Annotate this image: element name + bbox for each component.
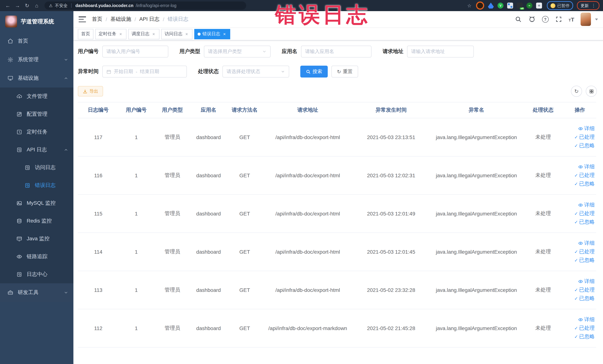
sidebar-item-11[interactable]: Java 监控 <box>0 230 73 248</box>
action-已忽略[interactable]: ✓已忽略 <box>574 295 595 302</box>
extension-leaf-icon[interactable]: ❧ <box>526 3 532 9</box>
sidebar-item-2[interactable]: 基础设施 <box>0 69 73 88</box>
operations-stack: 详细✓已处理✓已忽略 <box>565 278 595 302</box>
action-label: 详细 <box>584 240 595 247</box>
profile-paused-chip[interactable]: 已暂停 <box>547 1 573 10</box>
extensions-puzzle-icon[interactable]: ✚ <box>536 3 542 9</box>
log-center-icon <box>16 271 22 277</box>
column-header-请求方法名: 请求方法名 <box>226 102 263 118</box>
extension-orange-icon[interactable] <box>476 1 484 10</box>
sidebar-item-12[interactable]: 链路追踪 <box>0 248 73 266</box>
close-icon[interactable]: × <box>118 32 123 36</box>
eye-icon <box>578 164 583 169</box>
action-已处理[interactable]: ✓已处理 <box>574 287 595 293</box>
bookmark-star-icon[interactable]: ☆ <box>466 3 472 9</box>
cell-user-type: 管理员 <box>154 156 191 195</box>
extension-blue-icon[interactable] <box>488 3 494 9</box>
用户类型-select[interactable]: 请选择用户类型 <box>204 46 271 58</box>
browser-forward-icon[interactable]: → <box>13 1 22 10</box>
refresh-table-button[interactable]: ↻ <box>571 86 582 97</box>
sidebar-item-9[interactable]: MySQL 监控 <box>0 194 73 212</box>
action-详细[interactable]: 详细 <box>578 240 595 247</box>
请求地址-input[interactable]: 请输入请求地址 <box>407 46 474 58</box>
action-已忽略[interactable]: ✓已忽略 <box>574 142 595 149</box>
action-详细[interactable]: 详细 <box>578 316 595 323</box>
font-size-icon[interactable]: TT <box>568 16 574 23</box>
sidebar-item-4[interactable]: 配置管理 <box>0 105 73 123</box>
breadcrumb-item[interactable]: 基础设施 <box>110 16 131 23</box>
operations-stack: 详细✓已处理✓已忽略 <box>565 164 595 187</box>
用户编号-input[interactable]: 请输入用户编号 <box>102 46 168 58</box>
action-已处理[interactable]: ✓已处理 <box>574 325 595 331</box>
extension-off-icon[interactable]: off <box>517 3 523 9</box>
help-icon[interactable]: ? <box>542 16 548 23</box>
column-settings-button[interactable] <box>586 86 597 97</box>
address-bar[interactable]: ⚠ 不安全 dashboard.yudao.iocoder.cn/infra/l… <box>45 1 246 10</box>
check-icon: ✓ <box>574 220 578 225</box>
table-row: 1171管理员dashboardGET/api/infra/db-doc/exp… <box>78 118 596 156</box>
tab-定时任务[interactable]: 定时任务× <box>95 29 127 39</box>
table-row: 1151管理员dashboardGET/api/infra/db-doc/exp… <box>78 195 596 233</box>
action-已处理[interactable]: ✓已处理 <box>574 172 595 179</box>
close-icon[interactable]: × <box>222 32 227 36</box>
export-button-label: 导出 <box>89 88 98 94</box>
cell-user-type: 管理员 <box>154 118 191 156</box>
sidebar-item-0[interactable]: 首页 <box>0 32 73 50</box>
browser-update-button[interactable]: 更新 ⋮ <box>577 1 600 10</box>
tab-调度日志[interactable]: 调度日志× <box>128 29 159 39</box>
sidebar-item-1[interactable]: 系统管理 <box>0 50 73 69</box>
sidebar-item-10[interactable]: Redis 监控 <box>0 212 73 230</box>
extension-green-check-icon[interactable]: V <box>498 3 503 9</box>
close-icon[interactable]: × <box>184 32 189 36</box>
sidebar-item-3[interactable]: 文件管理 <box>0 88 73 105</box>
process-status-select[interactable]: 请选择处理状态 <box>222 66 289 78</box>
应用名-input[interactable]: 请输入应用名 <box>301 46 371 58</box>
browser-menu-icon[interactable]: ⋮ <box>591 3 596 8</box>
extension-grid-icon[interactable] <box>507 3 513 9</box>
sidebar-item-7[interactable]: 访问日志 <box>0 159 73 176</box>
reset-button[interactable]: ↻ 重置 <box>331 66 358 78</box>
breadcrumb-item[interactable]: 首页 <box>92 16 102 23</box>
user-avatar[interactable] <box>580 13 591 26</box>
cell-user-id: 1 <box>119 271 154 309</box>
sidebar-item-13[interactable]: 日志中心 <box>0 266 73 283</box>
tab-错误日志[interactable]: 错误日志× <box>194 29 230 39</box>
sidebar-item-14[interactable]: 研发工具 <box>0 283 73 302</box>
sidebar-logo-row[interactable]: 芋道管理系统 <box>0 11 73 32</box>
github-icon[interactable] <box>528 16 535 23</box>
search-icon[interactable] <box>514 16 522 23</box>
action-已处理[interactable]: ✓已处理 <box>574 210 595 217</box>
action-详细[interactable]: 详细 <box>578 202 595 208</box>
tab-首页[interactable]: 首页 <box>78 29 93 39</box>
sidebar-item-5[interactable]: 定时任务 <box>0 123 73 141</box>
column-header-操作: 操作 <box>564 102 596 118</box>
sidebar-item-8[interactable]: 错误日志 <box>0 176 73 194</box>
date-range-input[interactable]: 开始日期 - 结束日期 <box>102 66 187 78</box>
browser-back-icon[interactable]: ← <box>4 1 12 10</box>
export-button[interactable]: 导出 <box>78 86 103 96</box>
action-已忽略[interactable]: ✓已忽略 <box>574 181 595 187</box>
sidebar-item-6[interactable]: API 日志 <box>0 141 73 159</box>
cell-user-id: 1 <box>119 195 154 233</box>
search-button[interactable]: 搜索 <box>300 66 328 78</box>
hamburger-icon[interactable] <box>79 16 86 22</box>
action-详细[interactable]: 详细 <box>578 278 595 285</box>
action-已忽略[interactable]: ✓已忽略 <box>574 333 595 340</box>
fullscreen-icon[interactable] <box>555 16 562 23</box>
mysql-monitor-icon <box>16 200 22 206</box>
breadcrumb-item[interactable]: API 日志 <box>139 16 160 23</box>
action-详细[interactable]: 详细 <box>578 164 595 170</box>
action-已处理[interactable]: ✓已处理 <box>574 248 595 255</box>
sidebar-item-label: 访问日志 <box>35 164 68 171</box>
tab-访问日志[interactable]: 访问日志× <box>161 29 192 39</box>
action-已忽略[interactable]: ✓已忽略 <box>574 219 595 225</box>
close-icon[interactable]: × <box>151 32 156 36</box>
action-已忽略[interactable]: ✓已忽略 <box>574 257 595 264</box>
action-已处理[interactable]: ✓已处理 <box>574 134 595 141</box>
cell-app-name: dashboard <box>191 233 226 271</box>
action-label: 详细 <box>584 202 595 208</box>
action-详细[interactable]: 详细 <box>578 125 595 132</box>
avatar-caret-icon[interactable] <box>595 18 598 20</box>
browser-home-icon[interactable]: ⌂ <box>33 1 41 10</box>
browser-reload-icon[interactable]: ↻ <box>23 1 31 10</box>
